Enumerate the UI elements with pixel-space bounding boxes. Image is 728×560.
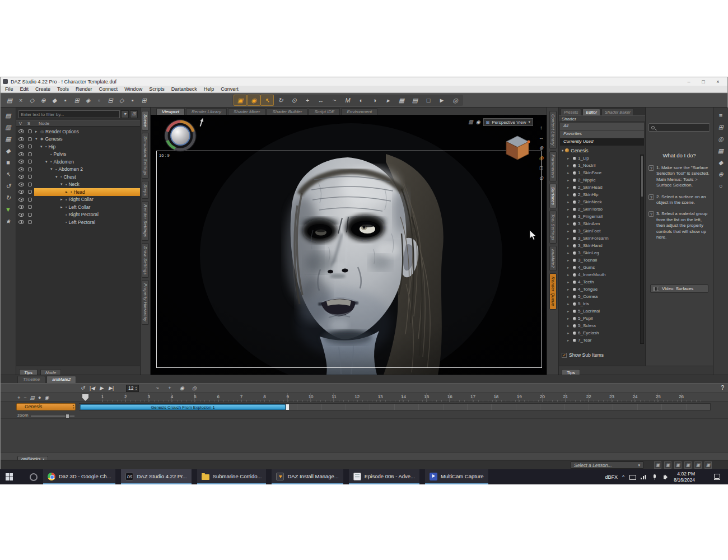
ruler-frame[interactable]: 8	[264, 393, 287, 402]
expand-arrow-icon[interactable]: ▸	[567, 236, 571, 241]
surface-row[interactable]: ▸ 6_Eyelash	[559, 329, 640, 337]
viewport-nav-icon[interactable]: ◎	[539, 155, 544, 161]
tool-icon[interactable]: ▣	[234, 95, 247, 106]
expand-arrow-icon[interactable]: ▸	[567, 287, 571, 292]
timeline-ruler[interactable]: +−▤●◉ 1234567891011121314151617181920212…	[1, 393, 728, 402]
menu-item[interactable]: Convert	[217, 86, 242, 92]
pane-layout-button[interactable]: ▣	[674, 461, 682, 469]
visibility-eye-icon[interactable]	[18, 167, 24, 171]
node-flag-icon[interactable]	[28, 152, 32, 156]
ruler-frame[interactable]: 21	[565, 393, 588, 402]
tool-icon[interactable]: ◐	[354, 95, 368, 106]
tool-icon[interactable]: ⊙	[287, 95, 301, 106]
rail-icon[interactable]: ◆	[6, 147, 10, 154]
menu-item[interactable]: Tools	[54, 86, 72, 92]
menu-item[interactable]: Create	[32, 86, 54, 92]
node-label[interactable]: Pelvis	[53, 151, 66, 157]
expand-arrow-icon[interactable]: ▸	[567, 178, 571, 183]
tool-icon[interactable]: ◑	[368, 95, 381, 106]
ruler-frame[interactable]: 19	[519, 393, 542, 402]
taskbar-app-button[interactable]: Episode 006 - Adve...	[349, 469, 419, 484]
timeline-edit-icon[interactable]: +	[166, 385, 174, 391]
node-label[interactable]: Abdomen	[53, 159, 73, 165]
rail-icon[interactable]: ⊞	[718, 124, 723, 130]
show-sub-items-row[interactable]: ✓ Show Sub Items	[562, 352, 604, 358]
minimize-button[interactable]: –	[682, 78, 696, 86]
toolbar-icon[interactable]: ⊞	[71, 95, 82, 106]
ruler-frame[interactable]: 25	[657, 393, 680, 402]
ruler-frame[interactable]: 18	[496, 393, 519, 402]
viewport-nav-icon[interactable]: □	[540, 165, 543, 171]
taskbar-ring-icon[interactable]	[30, 473, 38, 481]
ruler-frame[interactable]: 13	[380, 393, 403, 402]
expand-arrow-icon[interactable]: ▸	[567, 171, 571, 175]
tool-icon[interactable]: ↔	[314, 95, 328, 106]
expand-arrow-icon[interactable]: ▸	[567, 316, 571, 321]
visibility-eye-icon[interactable]	[18, 152, 24, 156]
maximize-button[interactable]: □	[696, 78, 711, 86]
timeline-tab[interactable]: Timeline	[17, 376, 45, 383]
surface-filter-item[interactable]: Currently Used	[560, 138, 644, 146]
viewport-canvas[interactable]: 16 : 9	[151, 115, 547, 375]
ruler-frame[interactable]: 11	[333, 393, 356, 402]
tool-icon[interactable]: ▤	[408, 95, 422, 106]
scene-node-row[interactable]: ▪ Right Pectoral	[16, 211, 140, 219]
stepper-arrows-icon[interactable]: ▴▾	[135, 386, 137, 390]
stepper-arrows-icon[interactable]: ▴▾	[72, 404, 74, 409]
pin-icon[interactable]	[198, 117, 206, 128]
node-flag-icon[interactable]	[28, 167, 32, 171]
expand-arrow-icon[interactable]: ▸	[567, 164, 571, 168]
title-bar[interactable]: DAZ Studio 4.22 Pro - ! Character Templa…	[1, 77, 727, 86]
rail-icon[interactable]: ■	[6, 159, 10, 166]
surface-row[interactable]: ▸ 3_SkinFoot	[559, 227, 640, 235]
track-option-icon[interactable]: ▤	[30, 394, 35, 401]
dock-tab[interactable]: Steps	[142, 181, 149, 199]
surface-root-row[interactable]: ▾ Genesis	[559, 147, 645, 154]
rail-icon[interactable]: ◎	[718, 136, 724, 142]
surface-row[interactable]: ▸ 4_Teeth	[559, 278, 640, 286]
surface-row[interactable]: ▸ 2_SkinNeck	[559, 198, 640, 206]
tool-icon[interactable]: □	[422, 95, 435, 106]
surface-row[interactable]: ▸ 5_Cornea	[559, 293, 640, 300]
dock-tab[interactable]: Parameters	[549, 151, 557, 181]
filter-option-button[interactable]: ▾	[121, 110, 129, 118]
visibility-eye-icon[interactable]	[18, 175, 24, 179]
expand-arrow-icon[interactable]: ▾	[60, 182, 66, 186]
scene-node-row[interactable]: ▸ ▪ Right Collar	[16, 196, 140, 204]
ruler-frame[interactable]: 4	[171, 393, 194, 402]
surface-row[interactable]: ▸ 3_SkinArm	[559, 220, 640, 227]
rail-icon[interactable]: ⊕	[718, 171, 723, 178]
pane-layout-button[interactable]: ▣	[684, 461, 692, 469]
surface-row[interactable]: ▸ 1_SkinFace	[559, 169, 640, 176]
toolbar-icon[interactable]: ▪	[60, 95, 71, 106]
scene-node-row[interactable]: ▪ Left Pectoral	[16, 218, 140, 226]
surface-filter-item[interactable]: All	[560, 123, 644, 130]
dock-tab[interactable]: Scene	[142, 111, 149, 130]
transport-button[interactable]: |◀	[87, 385, 97, 391]
ruler-frame[interactable]: 10	[310, 393, 333, 402]
viewport-option-icon[interactable]: ▥	[468, 119, 473, 125]
tool-icon[interactable]: ~	[328, 95, 341, 106]
viewport-tab[interactable]: Shader Mixer	[228, 108, 266, 115]
expand-arrow-icon[interactable]: ▸	[567, 324, 571, 328]
surface-row[interactable]: ▸ 7_Tear	[559, 337, 640, 344]
expand-arrow-icon[interactable]: ▸	[567, 193, 571, 197]
tool-icon[interactable]: M	[341, 95, 354, 106]
rail-icon[interactable]: ↺	[6, 183, 11, 189]
property-search-box[interactable]	[648, 123, 710, 132]
ruler-frame[interactable]: 6	[218, 393, 241, 402]
rail-icon[interactable]: ↻	[6, 194, 11, 201]
expand-arrow-icon[interactable]: ▸	[567, 207, 571, 212]
surface-root-label[interactable]: Genesis	[571, 148, 588, 153]
transport-button[interactable]: ▶	[97, 385, 106, 391]
visibility-eye-icon[interactable]	[18, 198, 24, 202]
track-option-icon[interactable]: ●	[38, 394, 41, 401]
checkbox-checked-icon[interactable]: ✓	[562, 353, 567, 358]
filter-option-button[interactable]: ⊞	[130, 110, 138, 118]
slider-thumb[interactable]	[66, 414, 69, 418]
toolbar-icon[interactable]: ◆	[49, 95, 60, 106]
scene-node-row[interactable]: ▾ ▪ Abdomen 2	[16, 166, 140, 174]
surface-row[interactable]: ▸ 5_Iris	[559, 300, 640, 307]
expand-arrow-icon[interactable]: ▸	[567, 156, 571, 161]
expand-arrow-icon[interactable]: ▾	[35, 137, 40, 141]
